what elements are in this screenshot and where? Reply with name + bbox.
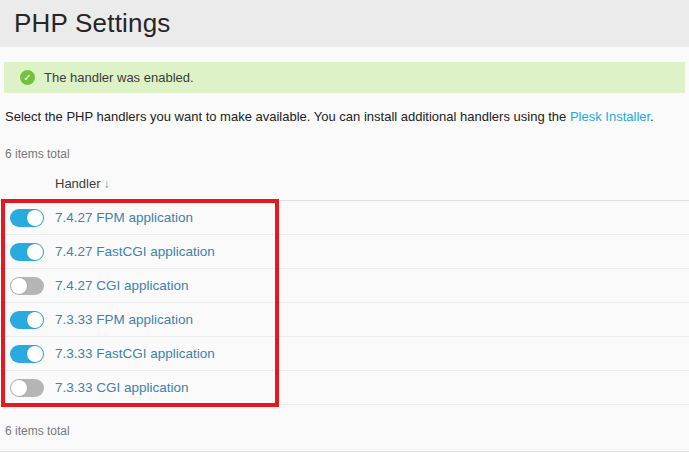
success-alert: ✓ The handler was enabled. (4, 62, 685, 93)
handler-toggle[interactable] (10, 311, 44, 329)
page-title: PHP Settings (14, 8, 171, 39)
handler-row: 7.4.27 CGI application (0, 269, 689, 303)
toggle-knob (27, 210, 43, 226)
handler-row: 7.3.33 FPM application (0, 303, 689, 337)
items-total-bottom: 6 items total (5, 424, 689, 438)
toggle-knob (11, 380, 27, 396)
handler-link[interactable]: 7.3.33 CGI application (55, 380, 189, 395)
handler-link[interactable]: 7.4.27 FastCGI application (55, 244, 215, 259)
toggle-knob (27, 346, 43, 362)
intro-text: Select the PHP handlers you want to make… (5, 109, 684, 125)
plesk-installer-link[interactable]: Plesk Installer (570, 109, 650, 124)
items-total-top: 6 items total (5, 147, 689, 161)
handler-toggle[interactable] (10, 209, 44, 227)
page-header: PHP Settings (0, 0, 689, 47)
intro-text-after: . (650, 109, 654, 124)
handler-link[interactable]: 7.3.33 FastCGI application (55, 346, 215, 361)
handler-row: 7.3.33 FastCGI application (0, 337, 689, 371)
column-header-handler[interactable]: Handler↓ (55, 176, 110, 191)
handler-link[interactable]: 7.3.33 FPM application (55, 312, 193, 327)
handler-row: 7.4.27 FastCGI application (0, 235, 689, 269)
handler-toggle[interactable] (10, 243, 44, 261)
intro-text-before: Select the PHP handlers you want to make… (5, 109, 570, 124)
handler-toggle[interactable] (10, 277, 44, 295)
handler-row: 7.4.27 FPM application (0, 201, 689, 235)
toggle-knob (27, 244, 43, 260)
table-header-row: Handler↓ (0, 176, 689, 201)
check-circle-icon: ✓ (20, 70, 35, 85)
handlers-table: Handler↓ 7.4.27 FPM application 7.4.27 F… (0, 176, 689, 405)
handler-link[interactable]: 7.4.27 FPM application (55, 210, 193, 225)
arrow-down-icon: ↓ (104, 177, 110, 191)
toggle-knob (27, 312, 43, 328)
handler-link[interactable]: 7.4.27 CGI application (55, 278, 189, 293)
handler-row: 7.3.33 CGI application (0, 371, 689, 405)
alert-message: The handler was enabled. (44, 70, 194, 85)
handler-toggle[interactable] (10, 379, 44, 397)
handler-toggle[interactable] (10, 345, 44, 363)
toggle-knob (11, 278, 27, 294)
column-header-label: Handler (55, 176, 101, 191)
